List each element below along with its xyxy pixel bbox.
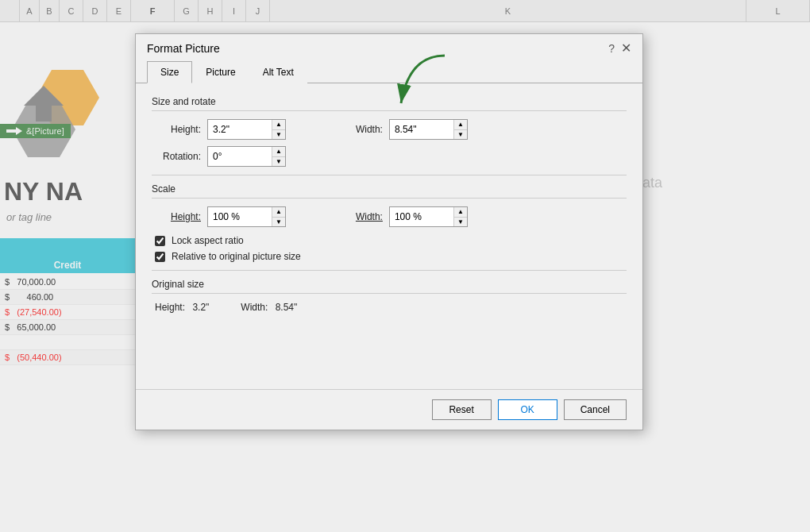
original-width: Width: 8.54" bbox=[241, 302, 297, 313]
rotation-spinner-buttons: ▲ ▼ bbox=[272, 147, 285, 166]
tab-picture[interactable]: Picture bbox=[192, 61, 249, 83]
section-divider-2 bbox=[152, 270, 627, 271]
height-spinner[interactable]: ▲ ▼ bbox=[207, 119, 286, 140]
dialog-title: Format Picture bbox=[147, 42, 220, 55]
rotation-decrement-button[interactable]: ▼ bbox=[272, 156, 285, 166]
scale-height-spinner[interactable]: ▲ ▼ bbox=[207, 206, 286, 227]
scale-height-increment-button[interactable]: ▲ bbox=[272, 207, 285, 217]
scale-row: Height: ▲ ▼ Width: ▲ ▼ bbox=[152, 206, 627, 227]
scale-width-spinner-buttons: ▲ ▼ bbox=[453, 207, 467, 226]
scale-height-input[interactable] bbox=[208, 207, 272, 226]
original-size-section-title: Original size bbox=[152, 279, 627, 294]
height-label: Height: bbox=[152, 124, 207, 135]
lock-aspect-ratio-checkbox[interactable] bbox=[155, 236, 165, 246]
dialog-controls: ? ✕ bbox=[608, 42, 631, 55]
height-spinner-buttons: ▲ ▼ bbox=[272, 120, 285, 139]
ok-button[interactable]: OK bbox=[498, 399, 557, 420]
checkboxes-area: Lock aspect ratio Relative to original p… bbox=[152, 235, 627, 262]
original-height-label: Height: bbox=[155, 302, 185, 313]
height-input[interactable] bbox=[208, 120, 272, 139]
rotation-increment-button[interactable]: ▲ bbox=[272, 147, 285, 156]
relative-to-original-checkbox[interactable] bbox=[155, 252, 165, 262]
reset-button[interactable]: Reset bbox=[432, 399, 492, 420]
section-divider-1 bbox=[152, 175, 627, 175]
original-height: Height: 3.2" bbox=[155, 302, 209, 313]
scale-width-input[interactable] bbox=[390, 207, 453, 226]
tab-size[interactable]: Size bbox=[147, 61, 192, 83]
dialog-footer: Reset OK Cancel bbox=[136, 389, 642, 430]
rotation-label: Rotation: bbox=[152, 151, 207, 162]
lock-aspect-ratio-row: Lock aspect ratio bbox=[152, 235, 627, 246]
cancel-button[interactable]: Cancel bbox=[564, 399, 627, 420]
scale-width-decrement-button[interactable]: ▼ bbox=[454, 217, 467, 226]
lock-aspect-ratio-label[interactable]: Lock aspect ratio bbox=[172, 235, 244, 246]
scale-section-title: Scale bbox=[152, 183, 627, 199]
scale-height-decrement-button[interactable]: ▼ bbox=[272, 217, 285, 226]
help-button[interactable]: ? bbox=[608, 42, 615, 55]
spacer bbox=[152, 313, 627, 376]
original-width-label: Width: bbox=[241, 302, 268, 313]
height-row: Height: ▲ ▼ bbox=[152, 119, 286, 140]
scale-height-spinner-buttons: ▲ ▼ bbox=[272, 207, 285, 226]
height-decrement-button[interactable]: ▼ bbox=[272, 129, 285, 139]
relative-to-original-row: Relative to original picture size bbox=[152, 251, 627, 262]
scale-height-label: Height: bbox=[152, 211, 207, 222]
original-height-value: 3.2" bbox=[192, 302, 209, 313]
scale-width-label: Width: bbox=[334, 211, 389, 222]
scale-width-row: Width: ▲ ▼ bbox=[334, 206, 468, 227]
height-increment-button[interactable]: ▲ bbox=[272, 120, 285, 129]
dialog-body: Size and rotate Height: ▲ ▼ Width: bbox=[136, 83, 642, 389]
scale-width-increment-button[interactable]: ▲ bbox=[454, 207, 467, 217]
original-size-values: Height: 3.2" Width: 8.54" bbox=[152, 302, 627, 313]
arrow-top-icon bbox=[377, 48, 457, 127]
original-width-value: 8.54" bbox=[276, 302, 298, 313]
relative-to-original-label[interactable]: Relative to original picture size bbox=[172, 251, 301, 262]
close-button[interactable]: ✕ bbox=[621, 42, 631, 55]
tab-alt-text[interactable]: Alt Text bbox=[249, 61, 307, 83]
rotation-spinner[interactable]: ▲ ▼ bbox=[207, 146, 286, 167]
rotation-input[interactable] bbox=[208, 147, 272, 166]
rotation-row: Rotation: ▲ ▼ bbox=[152, 146, 627, 167]
scale-height-row: Height: ▲ ▼ bbox=[152, 206, 286, 227]
scale-width-spinner[interactable]: ▲ ▼ bbox=[389, 206, 468, 227]
width-decrement-button[interactable]: ▼ bbox=[454, 129, 467, 139]
